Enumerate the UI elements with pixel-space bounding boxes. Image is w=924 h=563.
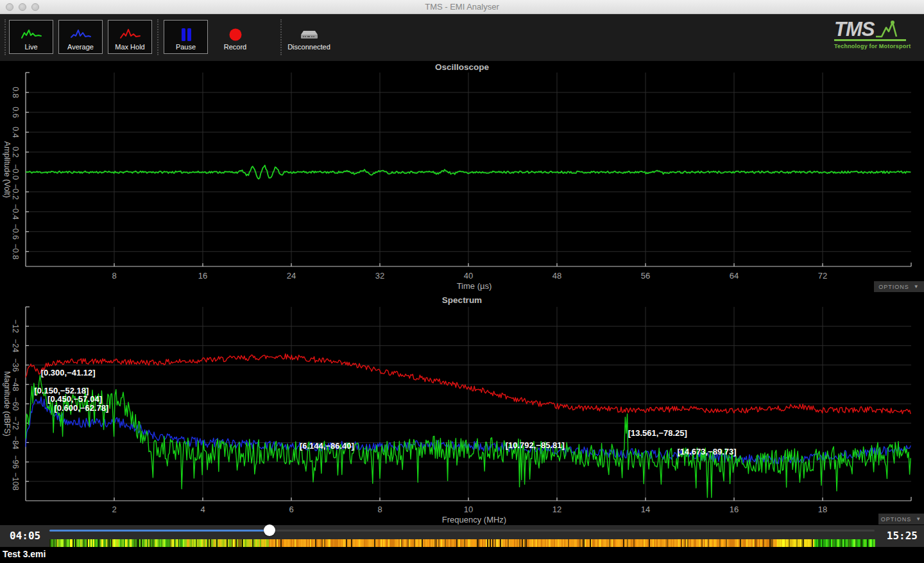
svg-text:−72: −72 (11, 417, 20, 430)
titlebar: TMS - EMI Analyser (0, 0, 924, 14)
svg-text:[13.561,−78.25]: [13.561,−78.25] (628, 428, 687, 438)
svg-text:Time (µs): Time (µs) (457, 281, 492, 291)
disconnected-button-label: Disconnected (287, 43, 330, 51)
window-title: TMS - EMI Analyser (0, 0, 924, 14)
tms-logo-subtext: Technology for Motorsport (834, 43, 910, 49)
svg-text:16: 16 (198, 271, 207, 281)
record-button[interactable]: Record (213, 20, 257, 54)
oscilloscope-panel: Oscilloscope 0.80.60.40.2−0.0−0.2−0.4−0.… (0, 61, 924, 293)
timeline-spectrogram-strip[interactable] (49, 539, 875, 547)
svg-text:64: 64 (730, 271, 739, 281)
chevron-down-icon: ▼ (914, 284, 920, 290)
svg-text:2: 2 (112, 505, 116, 514)
device-icon (298, 28, 320, 42)
svg-text:56: 56 (641, 271, 650, 281)
toolbar: Live Average Max Hold Pause Record (0, 14, 924, 61)
waveform-red-icon (119, 28, 141, 42)
svg-text:[0.450,−57.04]: [0.450,−57.04] (47, 394, 102, 404)
svg-text:10: 10 (464, 505, 473, 514)
open-filename: Test 3.emi (3, 549, 46, 559)
svg-text:−96: −96 (11, 455, 20, 469)
spectrum-options-button[interactable]: OPTIONS ▼ (878, 514, 924, 524)
svg-text:48: 48 (552, 271, 561, 281)
svg-text:0.6: 0.6 (11, 107, 20, 117)
options-label: OPTIONS (878, 284, 909, 290)
svg-text:0.8: 0.8 (11, 87, 20, 98)
svg-text:0.4: 0.4 (11, 126, 20, 137)
oscilloscope-options-button[interactable]: OPTIONS ▼ (874, 281, 924, 292)
svg-text:6: 6 (289, 505, 293, 514)
svg-text:8: 8 (377, 505, 382, 514)
tms-waveform-icon (875, 19, 900, 39)
slider-thumb[interactable] (264, 524, 275, 536)
status-bar: Test 3.emi (0, 547, 924, 563)
slider-fill (49, 530, 270, 532)
svg-text:−0.2: −0.2 (11, 184, 20, 200)
waveform-blue-icon (70, 28, 92, 42)
svg-text:−12: −12 (11, 320, 20, 333)
pause-button-label: Pause (176, 43, 196, 51)
disconnected-button[interactable]: Disconnected (287, 20, 331, 54)
svg-text:12: 12 (552, 505, 561, 514)
timeline-slider[interactable] (49, 525, 875, 537)
svg-text:−60: −60 (11, 397, 20, 410)
svg-text:[0.300,−41.12]: [0.300,−41.12] (41, 368, 96, 377)
svg-text:8: 8 (112, 271, 116, 281)
spectrum-chart[interactable]: −12−24−36−48−60−72−84−96−108246810121416… (0, 294, 924, 525)
svg-text:72: 72 (818, 271, 827, 281)
total-time: 15:25 (887, 530, 918, 542)
chevron-down-icon: ▼ (916, 516, 921, 522)
record-button-label: Record (224, 43, 246, 51)
svg-text:−0.0: −0.0 (11, 164, 20, 180)
average-button-label: Average (67, 43, 94, 51)
oscilloscope-chart[interactable]: 0.80.60.40.2−0.0−0.2−0.4−0.6−0.881624324… (0, 61, 924, 293)
elapsed-time: 04:05 (10, 530, 40, 542)
toolbar-separator (280, 19, 282, 55)
svg-text:−84: −84 (11, 436, 20, 449)
svg-text:[0.600,−62.78]: [0.600,−62.78] (54, 403, 108, 413)
svg-text:18: 18 (818, 505, 827, 514)
toolbar-separator (4, 19, 6, 55)
svg-text:−48: −48 (11, 377, 20, 391)
svg-text:4: 4 (200, 505, 205, 514)
svg-text:[6.144,−86.40]: [6.144,−86.40] (300, 441, 354, 451)
waveform-green-icon (21, 28, 42, 42)
svg-text:−0.8: −0.8 (11, 243, 20, 259)
svg-text:−0.6: −0.6 (11, 223, 20, 239)
svg-text:−0.4: −0.4 (11, 204, 20, 220)
options-label: OPTIONS (881, 516, 912, 523)
svg-text:[10.792,−85.81]: [10.792,−85.81] (506, 440, 565, 450)
svg-text:Frequency (MHz): Frequency (MHz) (442, 515, 506, 524)
svg-text:40: 40 (464, 271, 473, 281)
tms-logo: TMS Technology for Motorsport (834, 19, 910, 49)
svg-text:−36: −36 (11, 358, 20, 372)
max-hold-button-label: Max Hold (115, 43, 144, 51)
live-button[interactable]: Live (9, 20, 53, 54)
svg-text:32: 32 (375, 271, 384, 281)
svg-text:16: 16 (730, 505, 739, 514)
timeline-bar: 04:05 15:25 (0, 525, 924, 547)
svg-text:0.2: 0.2 (11, 146, 20, 157)
tms-logo-text: TMS (834, 21, 874, 39)
max-hold-button[interactable]: Max Hold (108, 20, 152, 54)
record-icon (225, 28, 246, 42)
svg-text:24: 24 (287, 271, 296, 281)
svg-text:[14.673,−89.73]: [14.673,−89.73] (677, 447, 736, 456)
svg-text:−108: −108 (11, 472, 20, 490)
average-button[interactable]: Average (58, 20, 103, 54)
svg-text:Amplitude (Volt): Amplitude (Volt) (3, 141, 12, 198)
spectrum-panel: Spectrum −12−24−36−48−60−72−84−96−108246… (0, 294, 924, 525)
svg-text:−24: −24 (11, 339, 20, 352)
toolbar-separator (157, 19, 158, 55)
pause-icon (175, 28, 197, 42)
svg-text:14: 14 (641, 505, 650, 514)
live-button-label: Live (24, 43, 37, 51)
svg-text:Magnitude (dBFS): Magnitude (dBFS) (3, 371, 12, 436)
pause-button[interactable]: Pause (164, 20, 208, 54)
